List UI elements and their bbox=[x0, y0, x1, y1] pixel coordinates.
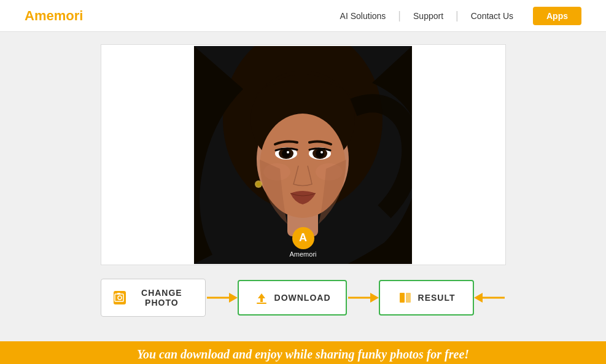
watermark-brand: Amemori bbox=[289, 250, 316, 258]
svg-rect-27 bbox=[400, 293, 405, 303]
svg-marker-26 bbox=[370, 293, 379, 303]
nav-apps-button[interactable]: Apps bbox=[533, 7, 581, 25]
svg-point-17 bbox=[257, 182, 260, 186]
svg-rect-20 bbox=[117, 293, 120, 295]
download-label: DOWNLOAD bbox=[274, 293, 331, 303]
svg-point-11 bbox=[316, 149, 324, 158]
result-label: RESULT bbox=[418, 293, 456, 303]
svg-marker-22 bbox=[229, 293, 238, 303]
watermark: A Amemori bbox=[289, 227, 316, 258]
main-content: A Amemori CHANGE PHOTO bbox=[0, 32, 606, 329]
bottom-banner: You can download and enjoy while sharing… bbox=[0, 341, 606, 364]
nav-contact-us[interactable]: Contact Us bbox=[459, 11, 526, 21]
logo[interactable]: Amemori bbox=[25, 8, 83, 24]
buttons-row: CHANGE PHOTO DOWNLOAD bbox=[101, 279, 506, 317]
svg-point-10 bbox=[282, 149, 290, 158]
change-photo-button[interactable]: CHANGE PHOTO bbox=[101, 279, 206, 317]
svg-marker-30 bbox=[474, 293, 483, 303]
svg-point-13 bbox=[320, 151, 323, 153]
banner-text: You can download and enjoy while sharing… bbox=[137, 347, 469, 361]
nav: AI Solutions | Support | Contact Us Apps bbox=[328, 7, 581, 25]
svg-rect-18 bbox=[115, 294, 123, 301]
photo-area: A Amemori bbox=[194, 46, 412, 264]
svg-point-19 bbox=[118, 296, 122, 300]
image-container: A Amemori bbox=[101, 44, 506, 265]
watermark-letter: A bbox=[299, 231, 307, 244]
svg-point-12 bbox=[287, 151, 289, 153]
svg-rect-28 bbox=[406, 293, 411, 303]
arrow-left-1 bbox=[474, 288, 506, 308]
watermark-logo: A bbox=[292, 227, 314, 249]
result-button[interactable]: RESULT bbox=[379, 280, 474, 316]
header: Amemori AI Solutions | Support | Contact… bbox=[0, 0, 606, 32]
download-icon bbox=[254, 290, 270, 306]
svg-marker-23 bbox=[258, 293, 265, 302]
download-button[interactable]: DOWNLOAD bbox=[238, 280, 347, 316]
change-photo-label: CHANGE PHOTO bbox=[131, 288, 192, 308]
change-photo-icon bbox=[114, 291, 126, 304]
svg-rect-24 bbox=[257, 303, 266, 304]
nav-support[interactable]: Support bbox=[401, 11, 456, 21]
result-icon bbox=[397, 290, 413, 306]
arrow-right-2 bbox=[347, 288, 379, 308]
arrow-right-1 bbox=[206, 288, 238, 308]
nav-ai-solutions[interactable]: AI Solutions bbox=[328, 11, 398, 21]
